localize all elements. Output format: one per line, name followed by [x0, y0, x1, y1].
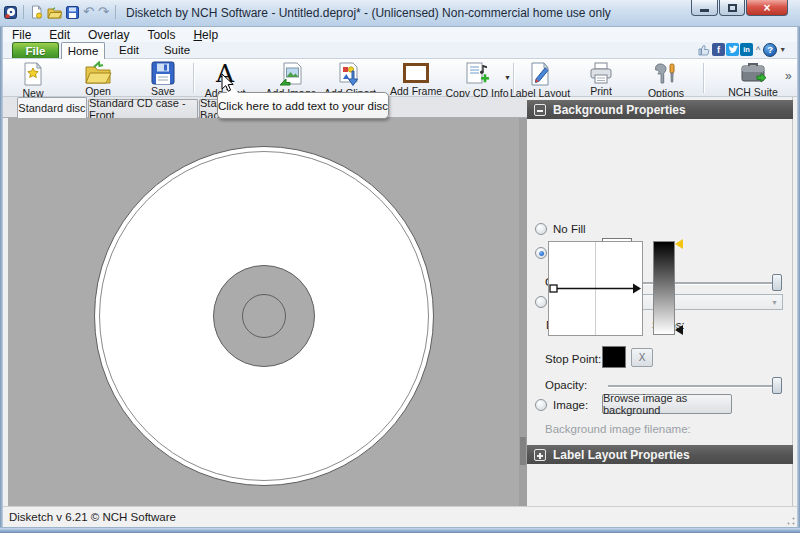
quick-new-icon[interactable]	[30, 5, 43, 19]
window-title: Disketch by NCH Software - Untitled.depr…	[126, 6, 611, 20]
divider	[115, 5, 116, 19]
window-border	[0, 527, 800, 533]
save-icon	[151, 61, 175, 85]
close-button[interactable]: ×	[746, 0, 788, 16]
window-border	[0, 27, 3, 527]
canvas-scrollbar[interactable]	[519, 118, 527, 506]
solid-radio[interactable]	[535, 247, 547, 259]
undo-icon[interactable]: ↶	[83, 5, 94, 19]
image-radio[interactable]	[535, 399, 547, 411]
disc-hub	[213, 265, 315, 367]
options-icon	[653, 61, 679, 87]
tab-home[interactable]: Home	[61, 42, 105, 59]
add-frame-icon	[402, 61, 430, 85]
stop-marker-top[interactable]	[675, 239, 683, 249]
gradient-opacity-slider[interactable]	[608, 385, 780, 387]
scrollbar-thumb[interactable]	[520, 437, 526, 465]
add-frame-button[interactable]: Add Frame	[387, 60, 445, 97]
label-layout-icon	[528, 61, 552, 87]
toolbar-separator	[703, 63, 704, 93]
menu-edit[interactable]: Edit	[40, 28, 79, 42]
linkedin-icon[interactable]: in	[740, 43, 753, 56]
save-button[interactable]: Save	[137, 60, 189, 97]
tab-file[interactable]: File	[12, 42, 59, 58]
image-label: Image:	[553, 399, 588, 411]
stop-point-swatch[interactable]	[602, 346, 626, 368]
background-properties-title: Background Properties	[553, 103, 686, 117]
ribbon-tab-row: File Home Edit Suite	[3, 42, 797, 58]
print-icon	[588, 61, 614, 85]
combo-arrow-icon: ▼	[771, 299, 778, 306]
menu-file[interactable]: File	[3, 28, 40, 42]
nch-suite-icon	[739, 61, 767, 86]
maximize-button[interactable]	[719, 0, 745, 16]
menu-help[interactable]: Help	[184, 28, 227, 42]
disc-hole	[242, 294, 286, 338]
opacity2-label: Opacity:	[545, 379, 587, 391]
gradient-opacity-slider-thumb[interactable]	[772, 377, 782, 394]
tooltip: Click here to add text to your disc	[217, 92, 389, 119]
quick-save-icon[interactable]	[66, 6, 79, 19]
stop-point-label: Stop Point:	[545, 353, 601, 365]
properties-panel: Background Properties No Fill Solid: Opa…	[527, 97, 793, 506]
redo-icon[interactable]: ↷	[98, 5, 109, 19]
print-button[interactable]: Print	[575, 60, 627, 97]
menu-overlay[interactable]: Overlay	[79, 28, 138, 42]
gradient-stops-bar[interactable]	[653, 241, 675, 335]
open-folder-icon	[84, 61, 112, 85]
toolbar-separator	[193, 63, 194, 93]
doc-tab-standard-disc[interactable]: Standard disc	[17, 97, 87, 118]
collapse-icon[interactable]	[534, 104, 546, 116]
status-bar: Disketch v 6.21 © NCH Software	[3, 506, 797, 527]
opacity-slider-thumb[interactable]	[772, 274, 782, 291]
menu-tools[interactable]: Tools	[138, 28, 184, 42]
caret-icon[interactable]: ^	[756, 45, 760, 55]
label-layout-button[interactable]: Label Layout	[508, 60, 572, 97]
label-layout-properties-title: Label Layout Properties	[553, 448, 690, 462]
resize-grip[interactable]	[787, 517, 795, 525]
browse-image-button[interactable]: Browse image as background	[602, 394, 732, 414]
label-layout-properties-header[interactable]: Label Layout Properties	[527, 445, 793, 464]
open-button[interactable]: Open	[72, 60, 124, 97]
twitter-icon[interactable]	[726, 43, 739, 56]
expand-icon[interactable]	[534, 449, 546, 461]
copy-cd-info-icon	[464, 61, 490, 87]
delete-stop-button[interactable]: X	[631, 348, 653, 367]
design-canvas[interactable]	[8, 118, 519, 506]
social-links: f in ^ ? ▼	[698, 42, 786, 57]
minimize-button[interactable]	[691, 0, 718, 16]
no-fill-radio[interactable]	[535, 223, 547, 235]
app-icon	[4, 6, 17, 19]
status-text: Disketch v 6.21 © NCH Software	[9, 511, 176, 523]
new-document-icon	[21, 61, 45, 87]
background-properties-header[interactable]: Background Properties	[527, 100, 793, 119]
mouse-cursor	[221, 73, 235, 93]
like-icon[interactable]	[698, 43, 711, 56]
new-button[interactable]: New	[7, 60, 59, 97]
divider	[23, 5, 24, 19]
title-bar: ↶ ↷ Disketch by NCH Software - Untitled.…	[0, 0, 800, 27]
doc-tab-cd-case-front[interactable]: Standard CD case - Front	[88, 99, 198, 118]
help-dropdown-icon[interactable]: ▼	[779, 46, 786, 53]
background-image-filename-label: Background image filename:	[545, 423, 691, 435]
facebook-icon[interactable]: f	[712, 43, 725, 56]
toolbar-overflow-icon[interactable]: »	[785, 69, 792, 83]
options-button[interactable]: Options	[638, 60, 694, 97]
nch-suite-button[interactable]: NCH Suite	[721, 60, 785, 97]
disc-label[interactable]	[94, 146, 434, 486]
no-fill-label: No Fill	[553, 223, 586, 235]
tab-suite[interactable]: Suite	[155, 42, 199, 58]
tab-edit[interactable]: Edit	[107, 42, 151, 58]
app-window: ↶ ↷ Disketch by NCH Software - Untitled.…	[0, 0, 800, 533]
help-icon[interactable]: ?	[763, 43, 777, 57]
quick-open-icon[interactable]	[47, 6, 62, 19]
menu-bar: File Edit Overlay Tools Help	[3, 27, 797, 42]
add-image-icon	[278, 61, 304, 87]
add-clipart-icon	[337, 61, 363, 87]
gradient-direction-widget[interactable]	[548, 241, 643, 336]
gradient-radio[interactable]	[535, 296, 547, 308]
copy-cd-info-button[interactable]: ▼ Copy CD Info	[441, 60, 513, 97]
stop-marker-bottom[interactable]	[675, 325, 683, 335]
toolbar: New Open Save A Add Text Add Image Add C…	[3, 58, 797, 97]
